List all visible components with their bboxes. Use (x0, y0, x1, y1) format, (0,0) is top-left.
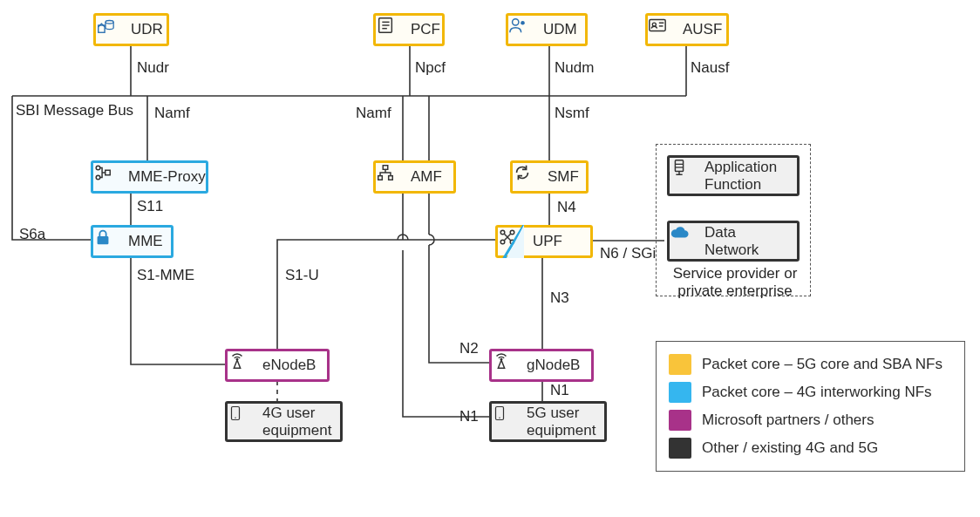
svg-rect-31 (675, 160, 683, 172)
label-enterprise: Service provider or private enterprise (670, 265, 800, 300)
node-pcf: PCF (373, 13, 445, 46)
node-label: UPF (533, 233, 562, 250)
node-label: 4G user equipment (262, 405, 331, 439)
svg-point-25 (96, 166, 100, 170)
antenna-icon (235, 355, 255, 376)
svg-point-48 (235, 418, 236, 419)
node-ue-4g: 4G user equipment (225, 401, 343, 442)
antenna-icon (499, 355, 520, 376)
label-s1u: S1-U (285, 267, 319, 284)
svg-rect-21 (650, 20, 665, 31)
legend-row: Packet core – 5G core and SBA NFs (669, 350, 952, 378)
label-nausf: Nausf (691, 59, 729, 77)
node-label: Data Network (704, 224, 788, 258)
label-s6a: S6a (19, 226, 45, 243)
legend-swatch-black (669, 438, 691, 459)
legend-row: Other / existing 4G and 5G (669, 434, 952, 462)
label-n1a: N1 (550, 382, 569, 399)
node-mme: MME (91, 225, 174, 258)
database-icon (103, 19, 124, 40)
svg-rect-29 (378, 176, 383, 180)
people-icon (515, 19, 536, 40)
node-label: UDR (131, 21, 163, 38)
node-label: AUSF (683, 21, 722, 38)
label-namf2: Namf (356, 105, 391, 122)
network-merge-icon (100, 167, 121, 187)
svg-rect-30 (389, 176, 393, 180)
label-n2: N2 (459, 340, 479, 357)
label-n3: N3 (550, 289, 569, 307)
legend-row: Microsoft partners / others (669, 406, 952, 434)
svg-point-20 (521, 21, 525, 25)
legend-swatch-magenta (669, 410, 691, 431)
server-icon (677, 166, 698, 187)
hierarchy-icon (383, 167, 404, 187)
sync-icon (520, 167, 541, 187)
svg-rect-27 (105, 170, 111, 175)
phone-icon (235, 412, 255, 432)
id-card-icon (655, 19, 676, 40)
node-label: SMF (548, 168, 579, 186)
dual-border-accent (498, 225, 524, 258)
label-npcf: Npcf (415, 59, 446, 77)
node-label: AMF (411, 168, 442, 186)
list-icon (383, 19, 404, 40)
node-label: 5G user equipment (527, 405, 595, 439)
node-label: UDM (543, 21, 577, 38)
node-ue-5g: 5G user equipment (489, 401, 607, 442)
svg-point-26 (96, 175, 100, 180)
legend-label: Packet core – 5G core and SBA NFs (702, 356, 943, 373)
node-app-function: Application Function (667, 155, 800, 196)
node-mme-proxy: MME-Proxy (91, 160, 208, 194)
label-n1b: N1 (459, 408, 479, 425)
svg-point-19 (513, 19, 519, 25)
node-upf: UPF (495, 225, 593, 258)
legend: Packet core – 5G core and SBA NFs Packet… (656, 341, 965, 472)
node-enodeb: eNodeB (225, 349, 330, 382)
node-label: PCF (411, 21, 440, 38)
svg-marker-44 (507, 225, 524, 258)
node-label: Application Function (704, 159, 788, 193)
label-sbi: SBI Message Bus (16, 102, 103, 119)
lock-icon (100, 231, 121, 252)
svg-point-22 (652, 23, 656, 26)
node-label: gNodeB (527, 357, 580, 374)
svg-rect-36 (98, 236, 109, 244)
svg-point-14 (105, 21, 113, 24)
legend-label: Packet core – 4G interworking NFs (702, 384, 932, 401)
phone-icon (499, 412, 520, 432)
label-nudr: Nudr (137, 59, 169, 77)
label-n4: N4 (557, 199, 576, 216)
label-s11: S11 (137, 198, 163, 215)
node-label: MME-Proxy (128, 168, 206, 186)
label-nudm: Nudm (555, 59, 594, 77)
node-smf: SMF (510, 160, 589, 194)
cloud-icon (677, 231, 698, 252)
node-amf: AMF (373, 160, 456, 194)
node-gnodeb: gNodeB (489, 349, 594, 382)
node-udr: UDR (93, 13, 169, 46)
label-namf1: Namf (154, 105, 190, 122)
legend-label: Other / existing 4G and 5G (702, 439, 878, 457)
label-s1mme: S1-MME (137, 267, 194, 284)
svg-point-50 (499, 418, 500, 419)
node-udm: UDM (506, 13, 588, 46)
legend-swatch-yellow (669, 354, 691, 375)
label-nsmf: Nsmf (555, 105, 589, 122)
legend-row: Packet core – 4G interworking NFs (669, 378, 952, 406)
node-label: MME (128, 233, 163, 250)
legend-label: Microsoft partners / others (702, 412, 874, 429)
node-ausf: AUSF (645, 13, 729, 46)
svg-rect-28 (383, 166, 388, 170)
label-n6sgi: N6 / SGi (600, 245, 656, 262)
legend-swatch-cyan (669, 382, 691, 403)
node-data-network: Data Network (667, 221, 800, 262)
node-label: eNodeB (262, 357, 316, 374)
